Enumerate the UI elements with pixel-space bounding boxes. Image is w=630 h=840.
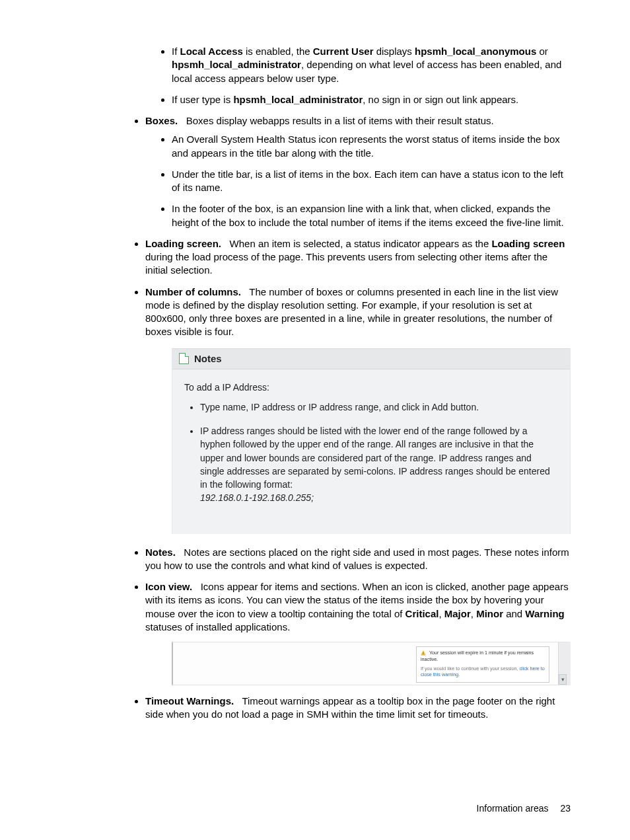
scroll-down-button[interactable]: ▾ xyxy=(559,674,567,685)
page-number: 23 xyxy=(560,803,571,814)
list-item-columns: Number of columns. The number of boxes o… xyxy=(145,286,571,534)
list-item: In the footer of the box, is an expansio… xyxy=(172,202,571,229)
svg-rect-1 xyxy=(423,652,424,654)
list-item: Under the title bar, is a list of items … xyxy=(172,168,571,195)
scrollbar[interactable]: ▾ xyxy=(558,642,567,685)
svg-rect-2 xyxy=(423,654,424,655)
timeout-screenshot: Your session will expire in 1 minute if … xyxy=(172,642,571,685)
warning-icon xyxy=(421,650,426,656)
list-item-notes: Notes. Notes are sections placed on the … xyxy=(145,546,571,573)
list-item-boxes: Boxes. Boxes display webapps results in … xyxy=(145,114,571,229)
list-item-iconview: Icon view. Icons appear for items and se… xyxy=(145,580,571,685)
notes-title: Notes xyxy=(194,352,222,365)
list-item: If user type is hpsmh_local_administrato… xyxy=(172,93,571,106)
document-icon xyxy=(179,353,189,364)
notes-panel: Notes To add a IP Address: Type name, IP… xyxy=(172,348,571,534)
list-item: If Local Access is enabled, the Current … xyxy=(172,45,571,85)
list-item: An Overall System Health Status icon rep… xyxy=(172,133,571,160)
timeout-tooltip: Your session will expire in 1 minute if … xyxy=(416,646,549,683)
list-item: Type name, IP address or IP address rang… xyxy=(200,401,558,414)
top-list: If Local Access is enabled, the Current … xyxy=(59,45,571,722)
page-footer: Information areas 23 xyxy=(0,803,630,814)
notes-intro: To add a IP Address: xyxy=(184,381,558,394)
list-item: IP address ranges should be listed with … xyxy=(200,424,558,505)
document-page: If Local Access is enabled, the Current … xyxy=(0,0,630,722)
footer-section: Information areas xyxy=(477,803,549,814)
notes-panel-header: Notes xyxy=(172,348,570,369)
list-item-loading: Loading screen. When an item is selected… xyxy=(145,237,571,278)
list-item-timeout: Timeout Warnings. Timeout warnings appea… xyxy=(145,695,571,722)
